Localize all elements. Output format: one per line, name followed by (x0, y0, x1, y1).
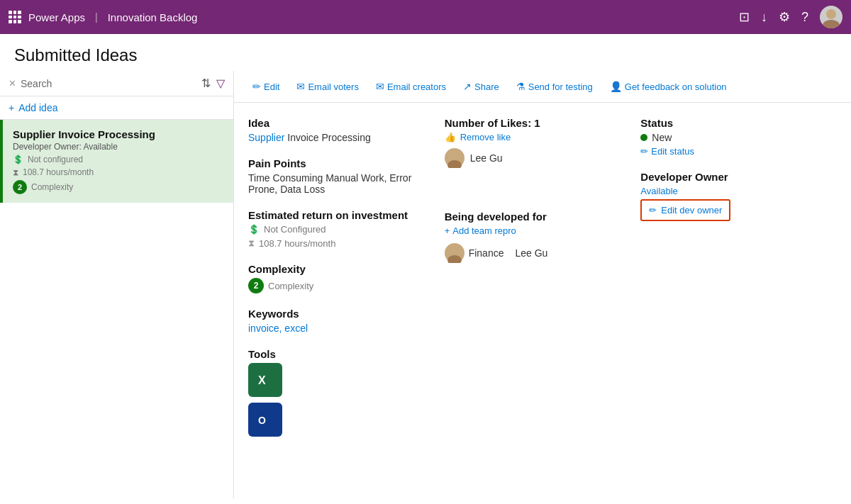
add-team-button[interactable]: + Add team repro (445, 225, 627, 236)
money-icon: 💲 (248, 224, 260, 235)
screen-icon[interactable]: ⊡ (739, 9, 750, 25)
help-icon[interactable]: ? (801, 10, 808, 25)
excel-icon: X (248, 363, 282, 397)
detail-col-1: Idea Supplier Invoice Processing Pain Po… (248, 117, 445, 454)
sidebar: ✕ Search ⇅ ▽ + Add idea Supplier Invoice… (0, 71, 234, 498)
edit-status-label: Edit status (651, 146, 694, 157)
complexity-badge: 2 (13, 180, 27, 194)
complexity-text: Complexity (31, 182, 73, 192)
complexity-badge-lg: 2 (248, 278, 264, 293)
close-icon[interactable]: ✕ (9, 78, 16, 89)
hours-text: 108.7 hours/month (23, 167, 94, 177)
keywords-label: Keywords (248, 308, 430, 320)
share-button[interactable]: ↗ Share (456, 77, 506, 96)
team-row: Finance Lee Gu (445, 243, 627, 263)
topbar: Power Apps | Innovation Backlog ⊡ ↓ ⚙ ? (0, 0, 851, 34)
detail-area: Idea Supplier Invoice Processing Pain Po… (234, 103, 851, 498)
complexity-value: Complexity (268, 281, 313, 291)
add-icon-2: + (445, 225, 450, 236)
user-avatar[interactable] (820, 6, 842, 28)
idea-label: Idea (248, 117, 430, 129)
remove-like-button[interactable]: 👍 Remove like (445, 132, 627, 142)
edit-button[interactable]: ✏ Edit (245, 77, 287, 96)
download-icon[interactable]: ↓ (761, 10, 767, 25)
roi-label: Estimated return on investment (248, 209, 430, 221)
like-user-name: Lee Gu (470, 152, 503, 164)
status-label: Status (640, 117, 823, 129)
idea-rest: Invoice Processing (284, 132, 370, 143)
idea-hours-row: ⧗ 108.7 hours/month (13, 167, 223, 177)
svg-text:X: X (258, 374, 266, 386)
keywords-value[interactable]: invoice, excel (248, 323, 430, 334)
page-header: Submitted Ideas (0, 34, 851, 71)
svg-point-0 (826, 9, 836, 19)
add-idea-label: Add idea (18, 102, 225, 113)
idea-value: Supplier Invoice Processing (248, 132, 430, 143)
add-team-label: Add team repro (452, 225, 516, 236)
team-user-name: Lee Gu (515, 247, 547, 259)
topbar-right: ⊡ ↓ ⚙ ? (739, 6, 842, 28)
svg-point-7 (447, 160, 462, 168)
topbar-separator: | (95, 11, 98, 23)
settings-icon[interactable]: ⚙ (779, 9, 790, 25)
add-idea-button[interactable]: + Add idea (0, 96, 233, 120)
get-feedback-button[interactable]: 👤 Get feedback on solution (603, 77, 734, 96)
search-bar: ✕ Search (9, 78, 196, 89)
being-developed-section: Being developed for + Add team repro Fin… (445, 211, 627, 263)
sidebar-toolbar: ✕ Search ⇅ ▽ (0, 71, 233, 96)
detail-col-2: Number of Likes: 1 👍 Remove like Lee Gu … (445, 117, 641, 454)
likes-label: Number of Likes: 1 (445, 117, 627, 129)
edit-dev-owner-icon: ✏ (649, 205, 657, 215)
remove-like-label: Remove like (460, 132, 511, 142)
filter-icon[interactable]: ▽ (216, 77, 225, 90)
edit-status-button[interactable]: ✏ Edit status (640, 146, 823, 157)
idea-list-item[interactable]: Supplier Invoice Processing Developer Ow… (0, 120, 233, 203)
svg-point-1 (823, 20, 840, 28)
currency-icon: 💲 (13, 155, 23, 164)
email-voters-icon: ✉ (296, 81, 305, 92)
complexity-section: Complexity 2 Complexity (248, 263, 430, 293)
svg-point-6 (450, 151, 459, 159)
status-value: New (652, 132, 672, 143)
like-user-avatar (445, 148, 465, 168)
idea-section: Idea Supplier Invoice Processing (248, 117, 430, 143)
page-title: Submitted Ideas (14, 45, 837, 65)
idea-link[interactable]: Supplier (248, 132, 284, 143)
hourglass-icon: ⧗ (13, 167, 18, 177)
content-toolbar: ✏ Edit ✉ Email voters ✉ Email creators ↗… (234, 71, 851, 103)
roi-not-configured: Not Configured (264, 224, 326, 235)
topbar-left: Power Apps | Innovation Backlog (9, 11, 197, 23)
dev-owner-label: Developer Owner (640, 171, 823, 183)
pain-points-section: Pain Points Time Consuming Manual Work, … (248, 157, 430, 195)
status-dot (640, 134, 647, 141)
send-testing-button[interactable]: ⚗ Send for testing (509, 77, 600, 96)
idea-title: Supplier Invoice Processing (13, 128, 223, 140)
feedback-icon: 👤 (610, 81, 622, 92)
email-voters-button[interactable]: ✉ Email voters (289, 77, 366, 96)
edit-dev-owner-button[interactable]: ✏ Edit dev owner (640, 199, 730, 221)
thumbs-up-icon: 👍 (445, 132, 456, 142)
status-section: Status New ✏ Edit status (640, 117, 823, 157)
svg-point-9 (447, 255, 462, 263)
email-creators-label: Email creators (387, 82, 446, 92)
search-label: Search (21, 78, 52, 89)
idea-dev-owner: Developer Owner: Available (13, 142, 223, 152)
tools-list: X O (248, 363, 430, 439)
apps-icon[interactable] (9, 11, 21, 23)
team-group: Finance (445, 243, 504, 263)
email-creators-button[interactable]: ✉ Email creators (369, 77, 453, 96)
email-voters-label: Email voters (308, 82, 359, 92)
main-layout: ✕ Search ⇅ ▽ + Add idea Supplier Invoice… (0, 71, 851, 498)
team-avatar (445, 243, 465, 263)
send-testing-label: Send for testing (528, 82, 593, 92)
roi-section: Estimated return on investment 💲 Not Con… (248, 209, 430, 249)
hourglass-icon-2: ⧗ (248, 237, 255, 249)
edit-status-icon: ✏ (640, 146, 648, 157)
keywords-section: Keywords invoice, excel (248, 308, 430, 334)
add-icon: + (9, 102, 14, 113)
sort-icon[interactable]: ⇅ (201, 77, 211, 90)
svg-text:O: O (258, 415, 266, 426)
content-area: ✏ Edit ✉ Email voters ✉ Email creators ↗… (234, 71, 851, 498)
being-developed-label: Being developed for (445, 211, 627, 223)
email-creators-icon: ✉ (376, 81, 384, 92)
